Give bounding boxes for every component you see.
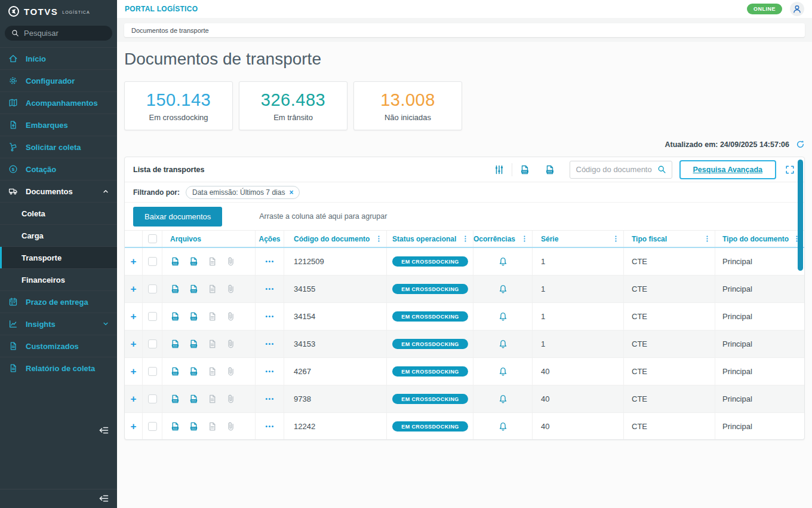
user-avatar[interactable] — [790, 2, 804, 16]
row-checkbox[interactable] — [148, 367, 157, 376]
table-scrollbar[interactable] — [798, 159, 803, 437]
sidebar-item-relatorio-de-coleta[interactable]: Relatório de coleta — [0, 357, 117, 379]
document-icon[interactable] — [207, 284, 217, 294]
sliders-button[interactable] — [487, 164, 512, 175]
pdf-file-icon[interactable] — [170, 394, 180, 404]
portal-title[interactable]: PORTAL LOGÍSTICO — [125, 5, 198, 13]
sidebar-item-documentos[interactable]: Documentos — [0, 180, 117, 202]
occurrences-bell-icon[interactable] — [498, 421, 508, 432]
row-actions-button[interactable] — [264, 339, 275, 349]
document-code-input[interactable] — [576, 165, 657, 174]
scrollbar-thumb[interactable] — [798, 160, 803, 271]
xml-file-icon[interactable] — [189, 284, 199, 294]
document-icon[interactable] — [207, 394, 217, 404]
select-all-checkbox[interactable] — [148, 234, 157, 243]
document-icon[interactable] — [207, 421, 217, 432]
column-header-tipo-fiscal[interactable]: Tipo fiscal — [632, 235, 667, 243]
occurrences-bell-icon[interactable] — [498, 311, 508, 322]
expand-row-button[interactable]: + — [131, 284, 137, 294]
row-checkbox[interactable] — [148, 284, 157, 293]
attachment-icon[interactable] — [226, 256, 236, 267]
card-em-crossdocking[interactable]: 150.143 Em crossdocking — [124, 81, 233, 130]
column-header-arquivos[interactable]: Arquivos — [170, 235, 201, 243]
download-documents-button[interactable]: Baixar documentos — [133, 207, 222, 227]
column-menu-icon[interactable] — [612, 235, 620, 243]
expand-row-button[interactable]: + — [131, 421, 137, 432]
column-menu-icon[interactable] — [521, 235, 528, 243]
column-header-serie[interactable]: Série — [541, 235, 558, 243]
table-row[interactable]: + 4267 EM CROSSDOCKING 40 CTE Principal — [125, 358, 804, 385]
row-actions-button[interactable] — [264, 256, 275, 267]
table-row[interactable]: + 9738 EM CROSSDOCKING 40 CTE Principal — [125, 385, 804, 413]
column-header-tipo-documento[interactable]: Tipo do documento — [722, 235, 789, 243]
sidebar-item-acompanhamentos[interactable]: Acompanhamentos — [0, 91, 117, 114]
xml-file-icon[interactable] — [189, 421, 199, 432]
export-pdf-button[interactable] — [537, 164, 562, 175]
search-icon[interactable] — [657, 165, 666, 174]
table-row[interactable]: + 34155 EM CROSSDOCKING 1 CTE Principal — [125, 276, 804, 303]
column-header-codigo[interactable]: Código do documento — [294, 235, 370, 243]
occurrences-bell-icon[interactable] — [498, 284, 508, 294]
xml-file-icon[interactable] — [189, 256, 199, 267]
row-actions-button[interactable] — [264, 421, 275, 432]
sidebar-item-customizados[interactable]: Customizados — [0, 335, 117, 357]
row-checkbox[interactable] — [148, 422, 157, 431]
occurrences-bell-icon[interactable] — [498, 366, 508, 377]
breadcrumb[interactable]: Documentos de transporte — [124, 23, 805, 37]
sidebar-search[interactable] — [5, 26, 112, 41]
occurrences-bell-icon[interactable] — [498, 394, 508, 404]
close-icon[interactable]: × — [289, 188, 293, 197]
column-menu-icon[interactable] — [462, 235, 469, 243]
pdf-file-icon[interactable] — [170, 421, 180, 432]
fullscreen-button[interactable] — [785, 165, 795, 175]
attachment-icon[interactable] — [226, 284, 236, 294]
xml-file-icon[interactable] — [189, 366, 199, 377]
row-actions-button[interactable] — [264, 284, 275, 294]
filter-chip[interactable]: Data emissão: Últimos 7 dias × — [186, 186, 300, 199]
expand-row-button[interactable]: + — [131, 311, 137, 322]
expand-row-button[interactable]: + — [131, 339, 137, 349]
column-menu-icon[interactable] — [375, 235, 383, 243]
table-row[interactable]: + 12242 EM CROSSDOCKING 40 CTE Principal — [125, 413, 804, 440]
sidebar-subitem-carga[interactable]: Carga — [0, 224, 117, 246]
sidebar-item-prazo-de-entrega[interactable]: Prazo de entrega — [0, 290, 117, 313]
sidebar-subitem-coleta[interactable]: Coleta — [0, 202, 117, 224]
sidebar-item-solicitar-coleta[interactable]: Solicitar coleta — [0, 136, 117, 158]
document-icon[interactable] — [207, 366, 217, 377]
expand-row-button[interactable]: + — [131, 256, 137, 267]
pdf-file-icon[interactable] — [170, 366, 180, 377]
row-checkbox[interactable] — [148, 339, 157, 348]
sidebar-subitem-financeiros[interactable]: Financeiros — [0, 268, 117, 290]
attachment-icon[interactable] — [226, 421, 236, 432]
xml-file-icon[interactable] — [189, 311, 199, 322]
document-icon[interactable] — [207, 339, 217, 349]
attachment-icon[interactable] — [226, 366, 236, 377]
row-checkbox[interactable] — [148, 312, 157, 321]
pdf-file-icon[interactable] — [170, 284, 180, 294]
occurrences-bell-icon[interactable] — [498, 256, 508, 267]
column-menu-icon[interactable] — [703, 235, 711, 243]
column-header-ocorrencias[interactable]: Ocorrências — [473, 235, 515, 243]
row-actions-button[interactable] — [264, 311, 275, 322]
advanced-search-button[interactable]: Pesquisa Avançada — [679, 160, 777, 179]
attachment-icon[interactable] — [226, 394, 236, 404]
expand-row-button[interactable]: + — [131, 394, 137, 404]
pdf-file-icon[interactable] — [170, 311, 180, 322]
row-actions-button[interactable] — [264, 394, 275, 404]
attachment-icon[interactable] — [226, 339, 236, 349]
table-row[interactable]: + 1212509 EM CROSSDOCKING 1 CTE Principa… — [125, 248, 804, 276]
column-header-acoes[interactable]: Ações — [259, 235, 280, 243]
refresh-button[interactable] — [796, 140, 805, 149]
document-icon[interactable] — [207, 311, 217, 322]
occurrences-bell-icon[interactable] — [498, 339, 508, 349]
document-icon[interactable] — [207, 256, 217, 267]
xml-file-icon[interactable] — [189, 394, 199, 404]
pdf-file-icon[interactable] — [170, 256, 180, 267]
collapse-sidebar-icon[interactable] — [99, 493, 109, 504]
collapse-sidebar-icon[interactable] — [99, 425, 109, 436]
column-header-status[interactable]: Status operacional — [392, 235, 456, 243]
export-xls-button[interactable] — [512, 164, 537, 175]
sidebar-item-cotacao[interactable]: Cotação — [0, 158, 117, 180]
xml-file-icon[interactable] — [189, 339, 199, 349]
pdf-file-icon[interactable] — [170, 339, 180, 349]
